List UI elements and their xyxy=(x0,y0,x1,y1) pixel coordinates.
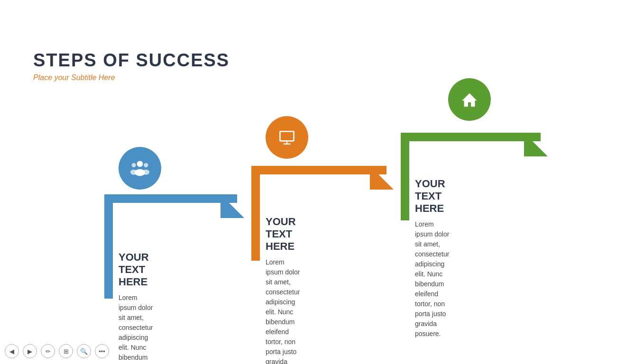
step-1-body: Lorem ipsum dolor sit amet, consectetur … xyxy=(119,293,153,364)
home-icon xyxy=(459,89,480,110)
toolbar-grid-button[interactable]: ⊞ xyxy=(59,344,73,358)
toolbar-zoom-button[interactable]: 🔍 xyxy=(77,344,91,358)
svg-point-4 xyxy=(144,163,148,167)
step-1-heading: YOUR TEXT HERE xyxy=(119,251,153,288)
svg-point-3 xyxy=(130,170,138,175)
monitor-icon xyxy=(276,127,297,148)
step-3-content: YOUR TEXT HERE Lorem ipsum dolor sit ame… xyxy=(415,178,449,339)
toolbar-edit-button[interactable]: ✏ xyxy=(41,344,55,358)
svg-rect-6 xyxy=(280,131,294,141)
bottom-toolbar: ◀ ▶ ✏ ⊞ 🔍 ••• xyxy=(5,344,109,358)
subtitle: Place your Subtitle Here xyxy=(33,73,230,82)
svg-point-0 xyxy=(137,161,143,167)
svg-rect-9 xyxy=(280,131,294,141)
svg-point-2 xyxy=(132,163,136,167)
step-2-triangle xyxy=(370,166,394,190)
step-2-icon-circle xyxy=(266,116,308,159)
step-1-icon-circle xyxy=(119,147,161,190)
step-3-heading: YOUR TEXT HERE xyxy=(415,178,449,215)
step-2-body: Lorem ipsum dolor sit amet, consectetur … xyxy=(266,257,300,364)
step-2-content: YOUR TEXT HERE Lorem ipsum dolor sit ame… xyxy=(266,216,300,364)
people-icon xyxy=(129,158,150,179)
step-1-content: YOUR TEXT HERE Lorem ipsum dolor sit ame… xyxy=(119,251,153,364)
toolbar-more-button[interactable]: ••• xyxy=(95,344,109,358)
step-3-icon-circle xyxy=(448,78,491,121)
step-3-body: Lorem ipsum dolor sit amet, consectetur … xyxy=(415,219,449,339)
svg-marker-10 xyxy=(462,93,476,107)
slide: STEPS OF SUCCESS Place your Subtitle Her… xyxy=(0,0,644,364)
step-2-heading: YOUR TEXT HERE xyxy=(266,216,300,253)
toolbar-next-button[interactable]: ▶ xyxy=(23,344,37,358)
step-3-triangle xyxy=(524,133,548,156)
step-1-triangle xyxy=(221,194,244,218)
title-area: STEPS OF SUCCESS Place your Subtitle Her… xyxy=(33,50,230,82)
main-title: STEPS OF SUCCESS xyxy=(33,50,230,71)
toolbar-prev-button[interactable]: ◀ xyxy=(5,344,19,358)
svg-point-5 xyxy=(143,170,150,175)
